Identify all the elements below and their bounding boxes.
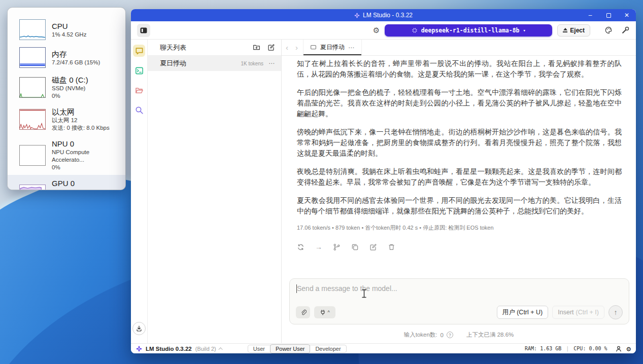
attach-file-button[interactable] (296, 306, 310, 318)
input-token-count: 0 (441, 332, 444, 338)
app-version: LM Studio 0.3.22 (146, 346, 192, 352)
insert-label: Insert (558, 309, 573, 316)
tab-title: 夏日悸动 (320, 43, 345, 52)
download-icon (136, 325, 143, 332)
chevron-down-icon: ▾ (523, 28, 526, 33)
model-name: deepseek-r1-distill-llama-8b (421, 27, 520, 34)
eject-icon (563, 28, 567, 32)
chat-bubble-icon (135, 47, 144, 55)
chat-item-token-count: 1K tokens (241, 61, 263, 66)
nav-forward-icon[interactable]: › (295, 43, 298, 52)
text-caret (296, 284, 297, 293)
send-arrow-icon: ↑ (614, 308, 618, 316)
lm-studio-logo-icon (136, 346, 142, 352)
nav-back-icon[interactable]: ‹ (286, 43, 288, 52)
perf-value: 1% 4.52 GHz (52, 31, 86, 39)
window-titlebar[interactable]: LM Studio - 0.3.22 – ✕ (131, 9, 636, 21)
plugins-button[interactable]: ^ (314, 306, 335, 318)
minimize-button[interactable]: – (581, 9, 599, 21)
perf-title: GPU 0 (52, 178, 120, 188)
mode-power-user[interactable]: Power User (270, 344, 310, 353)
message-actions: → (297, 243, 622, 251)
memory-graph (19, 47, 46, 68)
chat-tab-icon (310, 44, 317, 51)
copy-icon[interactable] (351, 243, 359, 251)
task-manager-panel: CPU 1% 4.52 GHz 内存 7.2/47.6 GB (15%) 磁盘 … (7, 7, 126, 190)
send-button[interactable]: ↑ (608, 305, 623, 319)
eject-model-button[interactable]: Eject (557, 24, 590, 37)
continue-icon[interactable]: → (315, 243, 322, 251)
maximize-icon (606, 13, 611, 18)
nav-my-models-button[interactable] (133, 84, 145, 96)
input-token-label: 输入token数: (404, 331, 437, 339)
chat-list-item[interactable]: 夏日悸动 1K tokens ⋯ (148, 56, 281, 71)
maximize-button[interactable] (599, 9, 618, 21)
chat-item-menu-icon[interactable]: ⋯ (268, 60, 275, 67)
cpu-graph (19, 19, 46, 40)
chat-main-area: ‹ › 夏日悸动 ⋯ 知了在树上拉着长长的音符，蝉声里带着一股说不出的悸动。我站… (282, 40, 636, 343)
chat-list-title: 聊天列表 (160, 43, 186, 52)
lm-studio-logo-icon (354, 13, 360, 18)
edit-icon[interactable] (369, 243, 377, 251)
regenerate-icon[interactable] (297, 243, 304, 251)
theme-palette-icon[interactable] (604, 26, 613, 34)
perf-item-gpu[interactable]: GPU 0 AMD Radeon 780M Grap... 1% (25 °C) (8, 175, 125, 190)
nav-discover-button[interactable] (133, 104, 145, 116)
lm-studio-window: LM Studio - 0.3.22 – ✕ ⚙ (131, 9, 636, 353)
disk-graph (19, 77, 46, 98)
new-chat-icon[interactable] (267, 44, 275, 51)
perf-value: SSD (NVMe) (52, 85, 88, 92)
divider: | (566, 346, 569, 351)
message-input[interactable] (297, 284, 608, 293)
close-button[interactable]: ✕ (618, 9, 636, 21)
gpu-graph (19, 185, 46, 191)
perf-item-memory[interactable]: 内存 7.2/47.6 GB (15%) (8, 44, 125, 71)
chip-icon (412, 27, 418, 33)
assistant-message-paragraph: 夜晚总是特别清爽。我躺在床上听着虫鸣和蛙声，看星星一颗颗亮起来。这是我喜欢的季节… (297, 166, 622, 188)
user-role-button[interactable]: 用户 (Ctrl + U) (497, 306, 549, 319)
tab-menu-icon[interactable]: ⋯ (348, 44, 355, 51)
model-settings-gear-icon[interactable]: ⚙ (373, 26, 380, 35)
new-folder-icon[interactable] (253, 44, 260, 51)
window-title-group: LM Studio - 0.3.22 (131, 12, 636, 19)
help-icon[interactable]: ? (447, 332, 453, 338)
perf-item-ethernet[interactable]: 以太网 以太网 12 发送: 0 接收: 8.0 Kbps (8, 103, 125, 135)
delete-icon[interactable] (388, 243, 395, 251)
chat-list-panel: 聊天列表 夏日悸动 1K to (148, 40, 282, 343)
perf-item-disk[interactable]: 磁盘 0 (C:) SSD (NVMe) 0% (8, 71, 125, 103)
perf-value: 发送: 0 接收: 8.0 Kbps (52, 124, 110, 132)
downloads-button[interactable] (132, 322, 146, 335)
perf-title: 磁盘 0 (C:) (52, 75, 88, 85)
nav-chat-button[interactable] (133, 45, 145, 57)
sidebar-toggle-button[interactable] (137, 24, 150, 37)
expand-status-icon[interactable] (218, 347, 222, 351)
perf-value: AMD Radeon 780M Grap... (52, 188, 120, 190)
perf-item-npu[interactable]: NPU 0 NPU Compute Accelerato... 0% (8, 135, 125, 175)
insert-shortcut-hint: (Ctrl + I) (576, 309, 599, 316)
perf-value: 0% (52, 164, 120, 171)
mode-user[interactable]: User (248, 345, 270, 353)
perf-title: NPU 0 (52, 139, 120, 149)
status-bar: LM Studio 0.3.22 (Build 2) User Power Us… (131, 343, 636, 353)
mode-developer[interactable]: Developer (310, 345, 346, 353)
search-icon (135, 106, 144, 115)
generation-stats: 17.06 token/s • 879 token • 首个token用时 0.… (297, 224, 622, 232)
user-profile-icon[interactable] (615, 345, 622, 352)
branch-icon[interactable] (333, 243, 341, 251)
nav-developer-button[interactable] (133, 64, 145, 77)
chat-item-title: 夏日悸动 (160, 59, 186, 68)
developer-wrench-icon[interactable] (621, 26, 630, 34)
settings-gear-icon[interactable]: ⚙ (627, 345, 631, 353)
message-composer[interactable]: ^ 用户 (Ctrl + U) Insert (Ctrl + I) ↑ (289, 278, 629, 324)
terminal-icon (135, 66, 144, 75)
ram-usage: RAM: 1.63 GB (525, 346, 561, 351)
tab-active-chat[interactable]: 夏日悸动 ⋯ (303, 40, 362, 55)
insert-button[interactable]: Insert (Ctrl + I) (552, 306, 604, 319)
perf-item-cpu[interactable]: CPU 1% 4.52 GHz (8, 16, 125, 44)
panel-toggle-icon (140, 26, 148, 34)
assistant-message-paragraph: 午后的阳光像一把金色的梳子，轻轻梳理着每一寸土地。空气中漂浮着细碎的露珠，它们在… (297, 87, 622, 119)
perf-title: 内存 (52, 49, 100, 59)
model-selector-button[interactable]: deepseek-r1-distill-llama-8b ▾ (385, 24, 552, 37)
eject-label: Eject (570, 27, 585, 34)
context-status-line: 输入token数: 0 ? 上下文已满 28.6% (282, 331, 636, 339)
